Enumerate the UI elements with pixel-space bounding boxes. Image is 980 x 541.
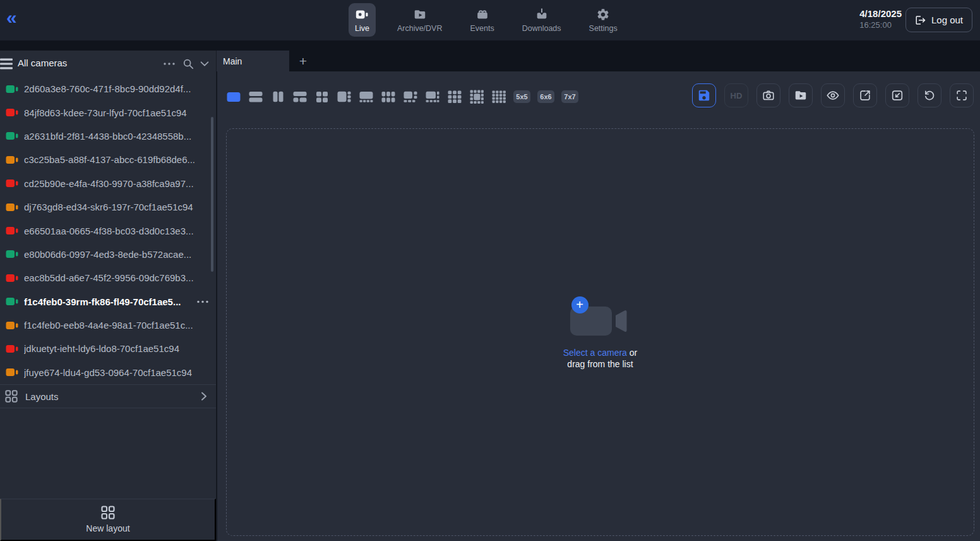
layout-1-plus-2-icon (292, 89, 308, 104)
layout-2-rows-button[interactable] (248, 89, 263, 104)
camera-list-item[interactable]: f1c4feb0-eeb8-4a4e-98a1-70cf1ae51c... (0, 313, 216, 337)
nav-settings[interactable]: Settings (583, 3, 624, 37)
new-layout-grid-icon (101, 506, 115, 520)
collapse-sidebar-button[interactable]: « (6, 6, 16, 29)
camera-list-item[interactable]: a2631bfd-2f81-4438-bbc0-42348558b... (0, 125, 216, 148)
fullscreen-button[interactable] (950, 83, 974, 107)
select-camera-link[interactable]: Select a camera (563, 348, 627, 358)
layout-canvas-dropzone[interactable]: + Select a camera or drag from the list (226, 128, 974, 536)
video-camera-icon (355, 8, 369, 21)
save-icon (697, 88, 711, 102)
snapshot-button[interactable] (756, 83, 780, 107)
scale-button[interactable] (885, 83, 909, 107)
layout-2x2-icon (314, 89, 330, 104)
view-tools-toolbar: HD (692, 83, 974, 107)
archive-folder-button[interactable] (789, 83, 813, 107)
resize-icon (890, 88, 904, 102)
layout-1-button[interactable] (226, 89, 241, 104)
camera-list-item[interactable]: dj763gd8-ed34-skr6-197r-70cf1ae51c94 (0, 195, 216, 219)
layout-2x2-button[interactable] (314, 89, 330, 104)
camera-list-item[interactable]: jfuye674-ldu4-gd53-0964-70cf1ae51c94 (0, 361, 216, 384)
current-date: 4/18/2025 (859, 8, 902, 19)
current-time: 16:25:00 (859, 20, 902, 30)
list-view-icon (0, 58, 13, 70)
layout-5x5-button[interactable]: 5x5 (513, 90, 530, 103)
layout-1-plus-2-button[interactable] (292, 89, 308, 104)
layout-3x2-icon (381, 89, 396, 104)
layout-4x4-icon (491, 89, 506, 104)
layout-1-plus-3-right-icon (337, 89, 352, 104)
layout-1-plus-12-button[interactable] (469, 89, 484, 104)
camera-status-icon (6, 296, 18, 307)
layout-1-plus-5-wide-icon (425, 89, 440, 104)
layout-1-plus-3-right-button[interactable] (337, 89, 352, 104)
layout-4x4-button[interactable] (491, 89, 506, 104)
layout-3x3-button[interactable] (447, 89, 462, 104)
camera-icon (762, 88, 775, 102)
layout-1-plus-5-button[interactable] (403, 89, 418, 104)
collapse-camera-list-button[interactable] (197, 56, 212, 71)
layout-6x6-button[interactable]: 6x6 (537, 90, 554, 103)
camera-list-item[interactable]: eac8b5dd-a6e7-45f2-9956-09dc769b3... (0, 266, 216, 289)
camera-list-item[interactable]: e80b06d6-0997-4ed3-8ede-b572acae... (0, 243, 216, 266)
rotate-icon (923, 88, 936, 102)
camera-list-item[interactable]: jdkuetyt-ieht-ldy6-ldo8-70cf1ae51c94 (0, 337, 216, 360)
layout-3x3-icon (447, 89, 462, 104)
layout-tab-bar: Main + (217, 40, 980, 71)
camera-status-icon (6, 367, 18, 377)
layout-1-plus-4-bottom-icon (359, 89, 374, 104)
share-icon (858, 88, 872, 102)
sidebar-header: All cameras (0, 51, 216, 77)
search-cameras-button[interactable] (181, 56, 196, 71)
camera-more-button[interactable] (197, 300, 208, 303)
layout-1-plus-5-wide-button[interactable] (425, 89, 440, 104)
camera-list-more-button[interactable] (162, 56, 177, 71)
new-layout-button[interactable]: New layout (0, 499, 216, 541)
fullscreen-icon (955, 88, 969, 102)
camera-list-item[interactable]: e66501aa-0665-4f38-bc03-d3d0c13e3... (0, 219, 216, 242)
camera-list-item[interactable]: f1c4feb0-39rm-fk86-fl49-70cf1ae5... (0, 290, 216, 313)
camera-list-item[interactable]: cd25b90e-e4fa-4f30-9970-a38fca9a97... (0, 172, 216, 195)
sidebar-scrollbar[interactable] (211, 117, 213, 272)
hd-toggle-button[interactable]: HD (724, 83, 748, 107)
nav-archive-dvr[interactable]: Archive/DVR (391, 3, 449, 37)
layout-presets-toolbar: 5x5 6x6 7x7 (226, 89, 578, 104)
layout-2-rows-icon (248, 89, 263, 104)
nav-live[interactable]: Live (349, 3, 376, 37)
add-camera-button[interactable]: + (571, 296, 589, 313)
sidebar-item-layouts[interactable]: Layouts (0, 384, 216, 408)
nav-events[interactable]: Events (463, 3, 500, 37)
layout-1-plus-4-bottom-button[interactable] (359, 89, 374, 104)
camera-status-icon (6, 131, 18, 141)
main-content: 5x5 6x6 7x7 HD (217, 71, 980, 541)
camera-status-icon (6, 320, 18, 331)
top-bar: « Live Archive/DVR (0, 0, 980, 40)
download-box-icon (535, 8, 549, 21)
camera-status-icon (6, 226, 18, 236)
eye-icon (826, 88, 840, 102)
layout-1-plus-5-icon (403, 89, 418, 104)
layout-1-plus-12-icon (469, 89, 484, 104)
search-icon (182, 58, 194, 70)
layout-7x7-button[interactable]: 7x7 (561, 90, 578, 103)
save-layout-button[interactable] (692, 83, 716, 107)
camera-status-icon (6, 344, 18, 354)
camera-list-item[interactable]: 84jf8d63-kdee-73ur-lfyd-70cf1ae51c94 (0, 100, 216, 124)
chevron-down-icon (199, 58, 210, 70)
tab-main[interactable]: Main (217, 51, 289, 71)
events-icon (475, 8, 489, 21)
vms-app-window: « Live Archive/DVR (0, 0, 980, 541)
export-button[interactable] (853, 83, 877, 107)
camera-list-item[interactable]: c3c25ba5-a88f-4137-abcc-619fb68de6... (0, 148, 216, 171)
preview-button[interactable] (821, 83, 845, 107)
logout-button[interactable]: Log out (905, 8, 972, 32)
add-tab-button[interactable]: + (295, 52, 311, 69)
layout-2-cols-button[interactable] (270, 89, 285, 104)
layout-3x2-button[interactable] (381, 89, 396, 104)
camera-status-icon (6, 84, 18, 94)
camera-status-icon (6, 202, 18, 212)
camera-sidebar: All cameras (0, 51, 217, 541)
nav-downloads[interactable]: Downloads (516, 3, 568, 37)
reset-button[interactable] (917, 83, 941, 107)
camera-list-item[interactable]: 2d60a3e8-760c-471f-8bc9-90dd92d4f... (0, 77, 216, 100)
